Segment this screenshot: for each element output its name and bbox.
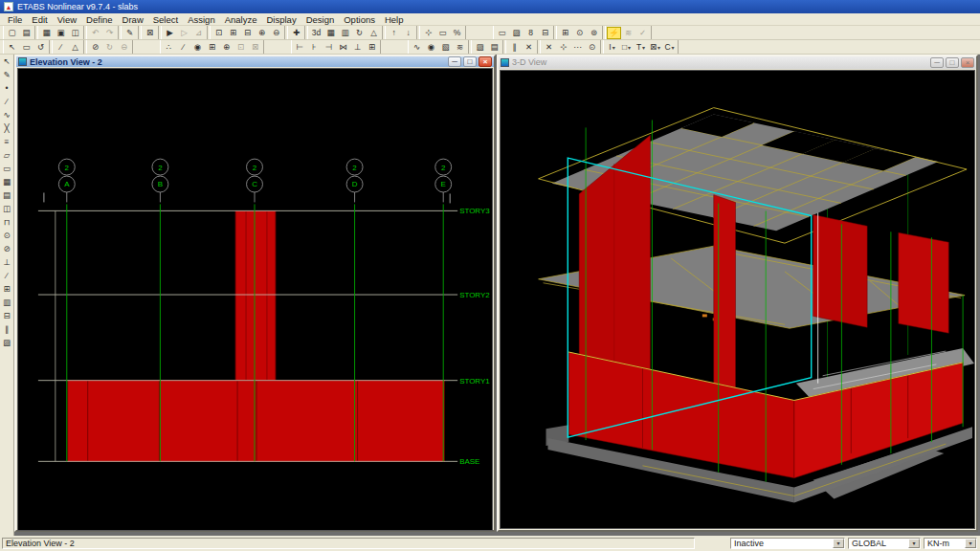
- show-stress-icon[interactable]: ▧: [438, 41, 453, 54]
- select-previous-icon[interactable]: ↺: [33, 41, 48, 54]
- draw-area-tool-icon[interactable]: ▱: [1, 149, 13, 162]
- elevation-wall-core-column[interactable]: [235, 210, 276, 380]
- status-mode-dropdown-arrow-icon[interactable]: ▾: [833, 539, 844, 548]
- restore-full-view-icon[interactable]: ⊞: [226, 27, 240, 39]
- move-up-in-list-icon[interactable]: ↑: [387, 27, 401, 39]
- snap-lines-tool-icon[interactable]: ∕: [1, 270, 13, 282]
- assign-shell-icon[interactable]: ◉: [190, 41, 205, 54]
- pointer-tool-icon[interactable]: ↖: [1, 55, 13, 68]
- ref-plane-icon[interactable]: ⋯: [570, 41, 585, 54]
- draw-rect-area-tool-icon[interactable]: ▭: [1, 163, 13, 175]
- channel-section-button[interactable]: C▾: [662, 41, 677, 54]
- 3d-close-button[interactable]: ×: [961, 57, 974, 68]
- plan-view-icon[interactable]: ▦: [323, 27, 338, 39]
- snap-to-edge-icon[interactable]: ⊚: [587, 27, 601, 39]
- reshape-tool-icon[interactable]: ✎: [1, 69, 13, 81]
- check-model-icon[interactable]: ≋: [621, 27, 635, 39]
- distribute-icon[interactable]: ⋈: [336, 41, 350, 54]
- menu-item-select[interactable]: Select: [148, 14, 183, 25]
- rubber-band-select-icon[interactable]: ▭: [19, 41, 33, 54]
- point-pattern-icon[interactable]: ✕: [542, 41, 556, 54]
- menu-item-define[interactable]: Define: [81, 14, 117, 25]
- wall-right-1[interactable]: [813, 214, 867, 327]
- 3d-canvas[interactable]: [500, 70, 975, 529]
- lock-model-icon[interactable]: ⊠: [143, 27, 157, 39]
- assign-mass-icon[interactable]: ⊕: [219, 41, 234, 54]
- rect-section-button[interactable]: □▾: [619, 41, 634, 54]
- refresh-view-icon[interactable]: ✎: [122, 27, 137, 39]
- divide-tool-icon[interactable]: ∥: [1, 323, 13, 336]
- run-quick-icon[interactable]: ⚡: [607, 27, 621, 39]
- menu-item-assign[interactable]: Assign: [183, 14, 220, 25]
- print-tables-icon[interactable]: ◫: [68, 27, 82, 39]
- draw-opening-icon[interactable]: ⊟: [538, 27, 552, 39]
- draw-line-tool-icon[interactable]: ∕: [1, 96, 13, 108]
- clear-selection-icon[interactable]: ⊘: [88, 41, 102, 54]
- coordinate-system-dropdown-arrow-icon[interactable]: ▾: [908, 539, 920, 548]
- coordinate-system-dropdown[interactable]: GLOBAL ▾: [848, 538, 921, 549]
- paste-assign-icon[interactable]: ⊡: [234, 41, 248, 54]
- align-right-icon[interactable]: ⊣: [322, 41, 336, 54]
- view-3d-icon[interactable]: 3d: [309, 27, 323, 39]
- mesh-areas-icon[interactable]: ⊞: [365, 41, 379, 54]
- 3d-drawing[interactable]: [501, 71, 974, 528]
- wall-right-2[interactable]: [899, 232, 948, 333]
- rotate-3d-view-icon[interactable]: ↻: [352, 27, 367, 39]
- menu-item-view[interactable]: View: [53, 14, 81, 25]
- snap-to-grid-icon[interactable]: ⊞: [558, 27, 572, 39]
- deselect-icon[interactable]: ⊖: [117, 41, 131, 54]
- elevation-drawing[interactable]: 2 A 2 B 2 C: [18, 69, 492, 530]
- pointer-select-icon[interactable]: ↖: [5, 41, 19, 54]
- select-by-poly-icon[interactable]: △: [68, 41, 82, 54]
- assign-joint-icon[interactable]: ∴: [162, 41, 176, 54]
- open-model-icon[interactable]: ▤: [19, 27, 33, 39]
- snap-joints-tool-icon[interactable]: ⊙: [1, 230, 13, 242]
- menu-item-analyze[interactable]: Analyze: [220, 14, 262, 25]
- draw-joint-tool-icon[interactable]: •: [1, 82, 13, 95]
- perspective-toggle-icon[interactable]: △: [367, 27, 381, 39]
- pan-icon[interactable]: ✚: [289, 27, 303, 39]
- undo-icon[interactable]: ↶: [88, 27, 102, 39]
- restore-selection-icon[interactable]: ↻: [102, 41, 117, 54]
- zoom-out-icon[interactable]: ⊖: [269, 27, 283, 39]
- tee-section-button[interactable]: T▾: [634, 41, 648, 54]
- draw-frame-icon[interactable]: ▭: [495, 27, 509, 39]
- opening-tool-icon[interactable]: ⊟: [1, 310, 13, 322]
- section-cut-icon[interactable]: ✕: [522, 41, 536, 54]
- units-dropdown[interactable]: KN-m ▾: [924, 538, 977, 549]
- 3d-maximize-button[interactable]: □: [946, 57, 959, 68]
- snap-perpendicular-tool-icon[interactable]: ⊥: [1, 256, 13, 269]
- rubber-band-zoom-icon[interactable]: ⊡: [212, 27, 226, 39]
- show-deformed-icon[interactable]: ∿: [410, 41, 424, 54]
- units-dropdown-arrow-icon[interactable]: ▾: [965, 539, 976, 548]
- draw-wall-icon[interactable]: ▨: [509, 27, 523, 39]
- draw-door-tool-icon[interactable]: ⊓: [1, 216, 13, 229]
- elevation-window-title-bar[interactable]: Elevation View - 2 ─ □ ×: [16, 56, 494, 67]
- menu-item-display[interactable]: Display: [261, 14, 301, 25]
- menu-item-draw[interactable]: Draw: [118, 14, 148, 25]
- 3d-minimize-button[interactable]: ─: [930, 57, 944, 68]
- 3d-window-title-bar[interactable]: 3-D View ─ □ ×: [499, 56, 976, 69]
- status-mode-dropdown[interactable]: Inactive ▾: [730, 538, 845, 549]
- snap-to-joint-icon[interactable]: ⊙: [572, 27, 587, 39]
- run-analysis-icon[interactable]: ▶: [163, 27, 177, 39]
- elevation-view-icon[interactable]: ▥: [338, 27, 352, 39]
- trim-frames-icon[interactable]: ⊥: [350, 41, 365, 54]
- print-graphics-icon[interactable]: ▣: [54, 27, 68, 39]
- elevation-canvas[interactable]: 2 A 2 B 2 C: [17, 68, 493, 531]
- menu-item-help[interactable]: Help: [380, 14, 409, 25]
- save-model-icon[interactable]: ▦: [39, 27, 54, 39]
- move-down-in-list-icon[interactable]: ↓: [401, 27, 415, 39]
- draw-wall-tool-icon[interactable]: ▤: [1, 189, 13, 202]
- divide-frames-icon[interactable]: ∥: [507, 41, 522, 54]
- assign-frame-icon[interactable]: ∕: [176, 41, 190, 54]
- wall-stack-tool-icon[interactable]: ▥: [1, 297, 13, 309]
- menu-item-file[interactable]: File: [3, 14, 27, 25]
- elevation-wall-base-story[interactable]: [68, 381, 444, 462]
- new-model-icon[interactable]: ▢: [5, 27, 19, 39]
- wall-spandrel-label-icon[interactable]: ▤: [487, 41, 501, 54]
- show-forces-icon[interactable]: ◉: [424, 41, 438, 54]
- run-design-icon[interactable]: ⊿: [191, 27, 206, 39]
- align-center-icon[interactable]: ⊦: [307, 41, 322, 54]
- menu-item-options[interactable]: Options: [339, 14, 380, 25]
